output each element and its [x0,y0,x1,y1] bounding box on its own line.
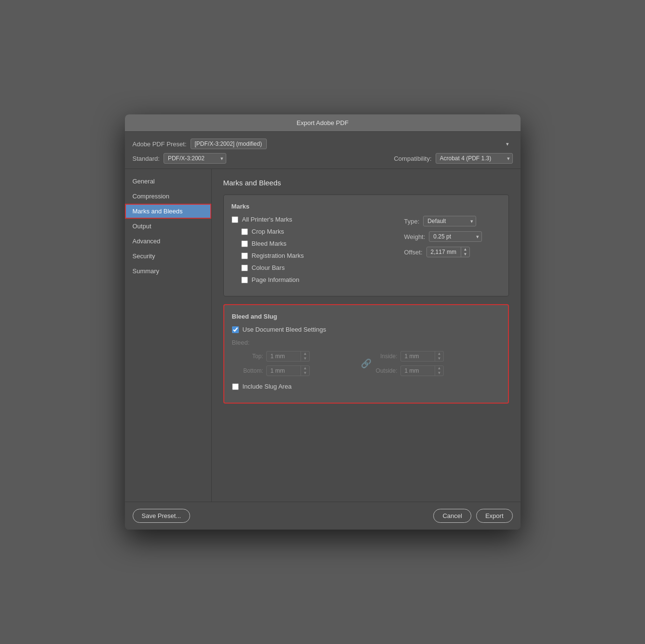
sidebar-item-compression[interactable]: Compression [125,189,211,204]
bleed-top-row: Top: 1 mm ▲ ▼ [237,351,361,362]
all-printers-marks-label[interactable]: All Printer's Marks [242,216,292,223]
bleed-marks-checkbox[interactable] [241,240,248,247]
preset-row: Adobe PDF Preset: [PDF/X-3:2002] (modifi… [133,139,513,149]
bleed-inside-arrows: ▲ ▼ [435,351,444,361]
colour-bars-label[interactable]: Colour Bars [252,264,285,271]
bleed-top-up[interactable]: ▲ [301,351,310,356]
crop-marks-label[interactable]: Crop Marks [252,228,284,235]
compatibility-select-wrapper: Acrobat 4 (PDF 1.3) Acrobat 5 (PDF 1.4) … [436,153,513,164]
cancel-button[interactable]: Cancel [433,509,471,523]
title-bar: Export Adobe PDF [125,114,521,132]
bleed-outside-value: 1 mm [401,366,435,376]
bleed-inside-value: 1 mm [401,351,435,361]
compatibility-label: Compatibility: [394,155,431,162]
compatibility-group: Compatibility: Acrobat 4 (PDF 1.3) Acrob… [394,153,512,164]
standard-select-wrapper: PDF/X-3:2002 PDF/X-1a:2001 PDF/X-4 None [164,153,226,164]
weight-select[interactable]: 0.125 pt 0.25 pt 0.50 pt 1.0 pt [429,231,482,242]
bleed-inside-up[interactable]: ▲ [435,351,444,356]
bleed-fields-container: Top: 1 mm ▲ ▼ [232,351,500,376]
bleed-marks-label[interactable]: Bleed Marks [252,240,287,247]
standard-label: Standard: [133,155,160,162]
sidebar-item-advanced[interactable]: Advanced [125,234,211,249]
registration-marks-checkbox[interactable] [241,252,248,259]
standard-group: Standard: PDF/X-3:2002 PDF/X-1a:2001 PDF… [133,153,226,164]
preset-label: Adobe PDF Preset: [133,140,187,148]
bleed-bottom-up[interactable]: ▲ [301,366,310,371]
weight-label: Weight: [404,233,425,240]
crop-marks-checkbox[interactable] [241,228,248,235]
bleed-bottom-arrows: ▲ ▼ [301,366,310,376]
bleed-outside-spinner: 1 mm ▲ ▼ [400,365,444,376]
bleed-bottom-spinner: 1 mm ▲ ▼ [266,365,310,376]
bleed-label-text: Bleed: [232,339,500,346]
top-section: Adobe PDF Preset: [PDF/X-3:2002] (modifi… [125,132,521,169]
sidebar-item-summary[interactable]: Summary [125,264,211,279]
registration-marks-row: Registration Marks [232,252,390,259]
page-information-label[interactable]: Page Information [252,276,300,283]
compatibility-select[interactable]: Acrobat 4 (PDF 1.3) Acrobat 5 (PDF 1.4) … [436,153,513,164]
include-slug-row: Include Slug Area [232,383,500,390]
type-row: Type: Default J-Mark Roman [404,216,501,226]
type-dropdown-wrapper: Default J-Mark Roman [423,216,476,226]
registration-marks-label[interactable]: Registration Marks [252,252,304,259]
bleed-bottom-value: 1 mm [267,366,301,376]
preset-select-wrapper: [PDF/X-3:2002] (modified) [191,139,513,149]
bleed-inside-row: Inside: 1 mm ▲ ▼ [371,351,495,362]
bleed-top-spinner: 1 mm ▲ ▼ [266,351,310,362]
preset-select[interactable]: [PDF/X-3:2002] (modified) [191,139,267,149]
bleed-marks-row: Bleed Marks [232,240,390,247]
bleed-slug-title: Bleed and Slug [232,313,500,320]
bleed-bottom-row: Bottom: 1 mm ▲ ▼ [237,365,361,376]
all-printers-marks-row: All Printer's Marks [232,216,390,223]
bleed-inside-spinner: 1 mm ▲ ▼ [400,351,444,362]
bottom-bar: Save Preset... Cancel Export [125,502,521,530]
type-select[interactable]: Default J-Mark Roman [423,216,476,226]
weight-row: Weight: 0.125 pt 0.25 pt 0.50 pt 1.0 pt [404,231,501,242]
dialog-title: Export Adobe PDF [297,119,349,126]
standard-select[interactable]: PDF/X-3:2002 PDF/X-1a:2001 PDF/X-4 None [164,153,226,164]
colour-bars-checkbox[interactable] [241,265,248,271]
sidebar-item-output[interactable]: Output [125,219,211,234]
offset-row: Offset: 2,117 mm ▲ ▼ [404,247,501,257]
sidebar-item-security[interactable]: Security [125,249,211,264]
bleed-top-label: Top: [237,353,263,360]
bleed-bottom-down[interactable]: ▼ [301,371,310,376]
action-buttons: Cancel Export [433,509,512,523]
bleed-slug-panel: Bleed and Slug Use Document Bleed Settin… [223,304,509,404]
weight-dropdown-wrapper: 0.125 pt 0.25 pt 0.50 pt 1.0 pt [429,231,482,242]
export-pdf-dialog: Export Adobe PDF Adobe PDF Preset: [PDF/… [125,114,521,530]
colour-bars-row: Colour Bars [232,264,390,271]
bleed-inside-down[interactable]: ▼ [435,356,444,361]
offset-label: Offset: [404,249,423,256]
offset-spinner: 2,117 mm ▲ ▼ [426,247,470,257]
marks-grid: All Printer's Marks Crop Marks Bleed Mar… [232,216,501,288]
use-document-bleed-row: Use Document Bleed Settings [232,326,500,333]
all-printers-marks-checkbox[interactable] [232,216,238,223]
use-document-bleed-checkbox[interactable] [232,326,239,333]
crop-marks-row: Crop Marks [232,228,390,235]
offset-up-button[interactable]: ▲ [461,247,470,252]
bleed-top-down[interactable]: ▼ [301,356,310,361]
marks-right: Type: Default J-Mark Roman We [404,216,501,288]
use-document-bleed-label[interactable]: Use Document Bleed Settings [243,326,326,333]
bleed-top-value: 1 mm [267,351,301,361]
bleed-outside-up[interactable]: ▲ [435,366,444,371]
sidebar-item-general[interactable]: General [125,174,211,189]
save-preset-button[interactable]: Save Preset... [133,509,191,523]
marks-title: Marks [232,203,501,210]
sidebar: General Compression Marks and Bleeds Out… [125,169,212,502]
sidebar-item-marks-and-bleeds[interactable]: Marks and Bleeds [125,204,211,219]
offset-down-button[interactable]: ▼ [461,252,470,257]
page-information-checkbox[interactable] [241,277,248,283]
export-button[interactable]: Export [476,509,513,523]
include-slug-label[interactable]: Include Slug Area [243,383,292,390]
offset-arrows: ▲ ▼ [461,247,470,257]
page-information-row: Page Information [232,276,390,283]
include-slug-checkbox[interactable] [232,383,239,390]
bleed-section: Bleed: Top: 1 mm ▲ ▼ [232,339,500,376]
bleed-outside-arrows: ▲ ▼ [435,366,444,376]
bleed-outside-label: Outside: [371,367,398,374]
bleed-fields-grid: Top: 1 mm ▲ ▼ [232,351,500,376]
main-content: General Compression Marks and Bleeds Out… [125,169,521,502]
bleed-outside-down[interactable]: ▼ [435,371,444,376]
